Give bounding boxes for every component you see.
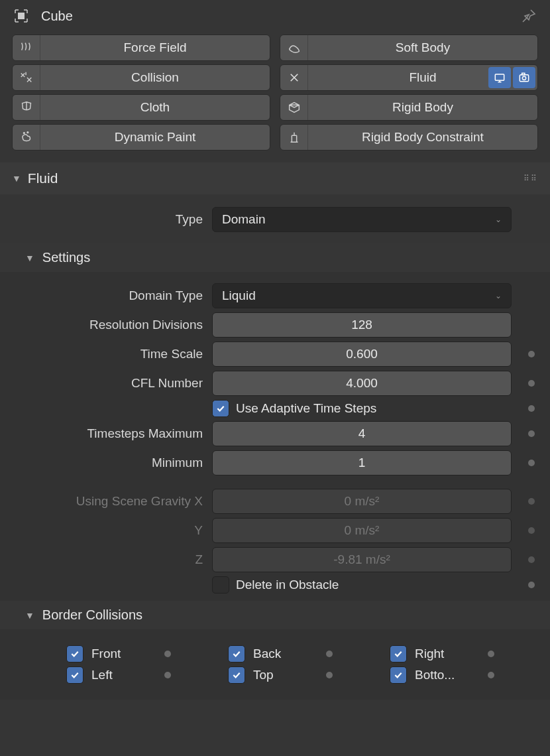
svg-point-6 [27, 132, 28, 133]
animate-property-button[interactable] [326, 672, 333, 678]
soft-body-icon [280, 35, 308, 60]
domain-type-select[interactable]: Liquid ⌄ [212, 283, 512, 308]
animate-property-button[interactable] [164, 651, 171, 657]
force-field-label: Force Field [40, 40, 270, 55]
gravity-y-field: 0 m/s² [212, 518, 512, 543]
svg-rect-0 [18, 13, 25, 19]
collision-icon [13, 65, 40, 90]
force-field-button[interactable]: Force Field [12, 34, 270, 61]
rigid-body-constraint-icon [280, 125, 308, 150]
border-front-label: Front [91, 647, 151, 661]
rigid-body-constraint-label: Rigid Body Constraint [308, 130, 537, 145]
collision-button[interactable]: Collision [12, 64, 270, 91]
fluid-panel-title: Fluid [28, 170, 58, 186]
rigid-body-icon [280, 95, 308, 120]
animate-property-button[interactable] [488, 651, 494, 657]
animate-property-button [528, 556, 535, 563]
cfl-field[interactable]: 4.000 [212, 371, 512, 396]
animate-property-button[interactable] [528, 351, 535, 357]
type-value: Domain [222, 212, 265, 227]
animate-property-button[interactable] [488, 672, 494, 678]
cloth-icon [13, 95, 40, 120]
animate-property-button[interactable] [528, 380, 535, 387]
delete-in-obstacle-label: Delete in Obstacle [236, 578, 339, 592]
animate-property-button[interactable] [528, 582, 535, 588]
cloth-button[interactable]: Cloth [12, 94, 270, 121]
border-top-label: Top [253, 668, 313, 682]
timesteps-max-label: Timesteps Maximum [0, 426, 205, 441]
animate-property-button[interactable] [528, 430, 535, 437]
chevron-down-icon: ⌄ [495, 215, 502, 224]
border-back-label: Back [253, 647, 313, 661]
rigid-body-button[interactable]: Rigid Body [280, 94, 538, 121]
object-name: Cube [41, 9, 73, 24]
svg-rect-1 [495, 74, 504, 80]
border-bottom-checkbox[interactable] [390, 666, 407, 684]
animate-property-button [528, 527, 535, 534]
animate-property-button[interactable] [164, 672, 171, 678]
animate-property-button [528, 498, 535, 505]
display-viewport-toggle[interactable] [488, 67, 511, 88]
fluid-button[interactable]: Fluid [280, 64, 538, 91]
svg-rect-4 [522, 73, 525, 75]
border-collisions-header[interactable]: ▼ Border Collisions [0, 601, 550, 629]
cloth-label: Cloth [40, 100, 270, 115]
timesteps-min-label: Minimum [0, 456, 205, 470]
disclosure-triangle-icon: ▼ [25, 253, 34, 263]
border-collisions-title: Border Collisions [42, 607, 142, 623]
rigid-body-label: Rigid Body [308, 100, 537, 115]
border-front-checkbox[interactable] [66, 645, 83, 662]
gravity-y-label: Y [0, 523, 205, 538]
time-scale-label: Time Scale [0, 347, 205, 361]
soft-body-label: Soft Body [308, 40, 537, 55]
disclosure-triangle-icon: ▼ [25, 610, 34, 621]
svg-point-3 [522, 76, 525, 80]
animate-property-button[interactable] [528, 405, 535, 412]
remove-fluid-icon [280, 65, 308, 90]
grip-icon[interactable]: ⠿⠿ [523, 174, 538, 183]
delete-in-obstacle-checkbox[interactable] [212, 576, 229, 594]
border-right-label: Right [415, 647, 474, 661]
border-left-label: Left [91, 668, 151, 682]
gravity-z-label: Z [0, 552, 205, 567]
settings-subpanel-header[interactable]: ▼ Settings [0, 243, 550, 272]
chevron-down-icon: ⌄ [495, 291, 502, 300]
settings-title: Settings [42, 250, 90, 265]
adaptive-timesteps-label: Use Adaptive Time Steps [236, 401, 376, 416]
force-field-icon [13, 35, 40, 60]
gravity-z-field: -9.81 m/s² [212, 547, 512, 572]
collision-label: Collision [40, 70, 270, 85]
type-select[interactable]: Domain ⌄ [212, 207, 512, 232]
dynamic-paint-label: Dynamic Paint [40, 130, 270, 145]
svg-point-5 [23, 133, 25, 134]
disclosure-triangle-icon: ▼ [12, 173, 21, 184]
cfl-label: CFL Number [0, 376, 205, 391]
border-back-checkbox[interactable] [228, 645, 245, 662]
animate-property-button[interactable] [528, 460, 535, 466]
time-scale-field[interactable]: 0.600 [212, 342, 512, 367]
svg-rect-2 [520, 75, 528, 82]
gravity-x-label: Using Scene Gravity X [0, 494, 205, 509]
rigid-body-constraint-button[interactable]: Rigid Body Constraint [280, 124, 538, 151]
domain-type-value: Liquid [222, 288, 256, 303]
dynamic-paint-button[interactable]: Dynamic Paint [12, 124, 270, 151]
border-left-checkbox[interactable] [66, 666, 83, 684]
timesteps-max-field[interactable]: 4 [212, 421, 512, 446]
animate-property-button[interactable] [326, 651, 333, 657]
object-data-icon [12, 7, 30, 25]
adaptive-timesteps-checkbox[interactable] [212, 400, 229, 417]
resolution-field[interactable]: 128 [212, 312, 512, 338]
gravity-x-field: 0 m/s² [212, 489, 512, 514]
dynamic-paint-icon [13, 125, 40, 150]
soft-body-button[interactable]: Soft Body [280, 34, 538, 61]
type-label: Type [0, 212, 205, 227]
resolution-label: Resolution Divisions [0, 318, 205, 332]
display-render-toggle[interactable] [513, 67, 535, 88]
fluid-panel-header[interactable]: ▼ Fluid ⠿⠿ [0, 162, 550, 194]
timesteps-min-field[interactable]: 1 [212, 450, 512, 475]
pin-icon[interactable] [520, 7, 538, 25]
domain-type-label: Domain Type [0, 288, 205, 303]
border-right-checkbox[interactable] [390, 645, 407, 662]
border-bottom-label: Botto... [415, 668, 474, 682]
border-top-checkbox[interactable] [228, 666, 245, 684]
